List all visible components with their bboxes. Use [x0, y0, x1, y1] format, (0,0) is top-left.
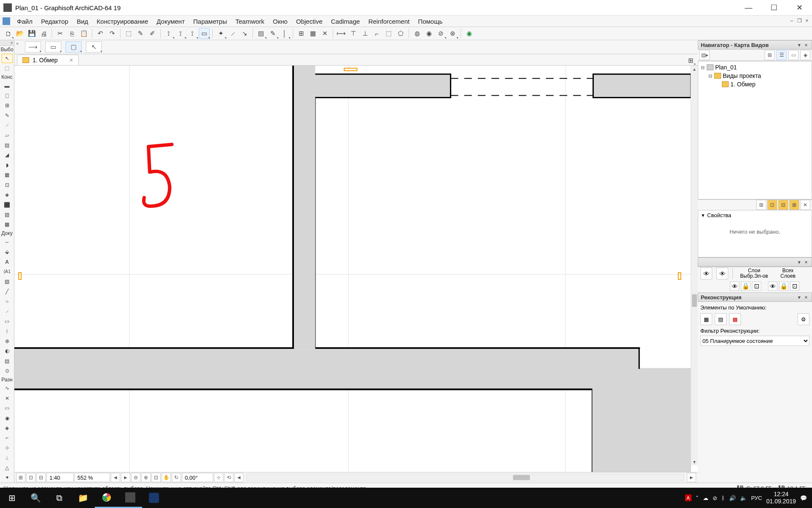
zoom-pan[interactable]: ✋ [162, 473, 171, 482]
angle-field[interactable]: 0,00° [182, 473, 213, 482]
zoom-rotate[interactable]: ↻ [172, 473, 181, 482]
menu-teamwork[interactable]: Teamwork [231, 18, 269, 25]
tool-text[interactable]: A [2, 257, 13, 266]
tool-worksheet[interactable]: ▤ [2, 356, 13, 365]
pen-tool[interactable]: ✎ [267, 28, 278, 39]
meas-tool-1[interactable]: ⟼ [336, 28, 347, 39]
menu-window[interactable]: Окно [269, 18, 292, 25]
record-button[interactable]: ◉ [464, 28, 475, 39]
grid-button[interactable]: ⊞ [296, 28, 307, 39]
tray-clock[interactable]: 12:24 01.09.2019 [766, 491, 796, 505]
layer-show[interactable]: 👁 [730, 282, 739, 291]
dim-tool-3[interactable]: ⟟ [187, 28, 198, 39]
menu-edit[interactable]: Редактор [37, 18, 73, 25]
layers-opts[interactable]: ▾ [796, 259, 802, 265]
recon-close[interactable]: × [803, 294, 809, 300]
tool-spline[interactable]: ∿ [2, 384, 13, 393]
properties-header[interactable]: ▾ Свойства [698, 210, 812, 220]
view-tab[interactable]: 1. Обмер × [17, 55, 79, 65]
tool-change[interactable]: △ [2, 463, 13, 472]
cut-button[interactable]: ✂ [55, 28, 66, 39]
menu-reinforcement[interactable]: Reinforcement [364, 18, 414, 25]
tab-close[interactable]: × [69, 57, 73, 64]
quick-options-1[interactable]: ⊞ [16, 473, 25, 482]
tool-marquee[interactable]: ⬚ [2, 64, 13, 73]
tray-up[interactable]: ˄ [696, 495, 699, 501]
menu-cadimage[interactable]: Cadimage [327, 18, 364, 25]
scroll-thumb-h[interactable] [513, 475, 530, 480]
tool-line[interactable]: ╱ [2, 287, 13, 296]
tree-folder[interactable]: ⊟ Виды проекта [700, 72, 810, 80]
snap-tool-2[interactable]: ⟋ [227, 28, 238, 39]
navigator-tree[interactable]: ⊟ Plan_01 ⊟ Виды проекта 1. Обмер [698, 61, 812, 199]
zoom-prev[interactable]: ◄ [111, 473, 120, 482]
geometry-method-1[interactable]: ⟶ [25, 41, 41, 52]
toolbox-close[interactable]: × [0, 40, 14, 46]
tool-object[interactable]: ⬛ [2, 200, 13, 209]
orient-1[interactable]: ⊹ [214, 473, 223, 482]
prop-btn-5[interactable]: ✕ [800, 200, 810, 210]
layer-eye-2[interactable]: 👁 [716, 268, 728, 279]
geometry-method-2[interactable]: ▭ [45, 41, 61, 52]
nav-mode[interactable]: ▤▸ [700, 50, 710, 60]
minimize-button[interactable]: — [736, 0, 761, 15]
pick-button[interactable]: ⬚ [123, 28, 134, 39]
mdi-close[interactable]: × [804, 17, 810, 24]
tool-section[interactable]: ⟊ [2, 327, 13, 336]
tool-label[interactable]: ⟨A1 [2, 267, 13, 276]
layer-tool[interactable]: ▤ [255, 28, 266, 39]
tray-vol[interactable]: 🔈 [740, 495, 747, 501]
reconstruction-header[interactable]: Реконструкция ▾× [698, 293, 812, 302]
horizontal-scrollbar[interactable] [246, 474, 684, 481]
tool-dimension[interactable]: ↔ [2, 237, 13, 246]
save-button[interactable]: 💾 [26, 28, 37, 39]
tool-morph[interactable]: ◈ [2, 190, 13, 199]
zoom-in[interactable]: ⊕ [141, 473, 151, 482]
marker-tool-2[interactable]: ◉ [423, 28, 434, 39]
meas-tool-5[interactable]: ⬚ [383, 28, 394, 39]
scroll-right[interactable]: ► [687, 473, 696, 482]
recon-settings[interactable]: ⚙ [798, 313, 809, 325]
tool-arrow[interactable]: ↖ [2, 54, 13, 63]
meas-tool-4[interactable]: ⌐ [371, 28, 382, 39]
snap-tool-3[interactable]: ↘ [239, 28, 250, 39]
prop-btn-2[interactable]: ⊡ [767, 200, 777, 210]
tool-beam[interactable]: ⟋ [2, 121, 13, 130]
scroll-up[interactable]: ▲ [691, 66, 698, 72]
navigator-header[interactable]: Навигатор - Карта Видов ▾× [698, 40, 812, 50]
close-button[interactable]: ✕ [787, 0, 812, 15]
app-button[interactable] [142, 488, 166, 508]
tool-roof[interactable]: ◢ [2, 151, 13, 160]
tool-polyline[interactable]: ⟋ [2, 307, 13, 316]
scale-field[interactable]: 1:40 [47, 473, 74, 482]
search-button[interactable]: 🔍 [24, 488, 47, 508]
tray-bt[interactable]: ᛒ [721, 495, 725, 501]
tool-hotspot[interactable]: ✕ [2, 394, 13, 403]
taskview-button[interactable]: ⧉ [47, 488, 71, 508]
syringe-button[interactable]: ✐ [147, 28, 158, 39]
tool-corner[interactable]: ⌐ [2, 433, 13, 442]
undo-button[interactable]: ↶ [95, 28, 106, 39]
tool-camera[interactable]: ◉ [2, 414, 13, 422]
geometry-method-3[interactable]: ▢ [66, 41, 82, 52]
zoom-out[interactable]: ⊖ [131, 473, 140, 482]
scroll-down[interactable]: ▼ [691, 458, 698, 465]
tool-skylight[interactable]: ▦ [2, 171, 13, 179]
tree-item[interactable]: 1. Обмер [700, 80, 810, 88]
orient-2[interactable]: ⟲ [224, 473, 233, 482]
marker-tool-4[interactable]: ⊛ [447, 28, 458, 39]
tool-window[interactable]: ⊞ [2, 101, 13, 110]
nav-project-map[interactable]: ⊞ [765, 50, 775, 60]
zoom-next[interactable]: ► [121, 473, 130, 482]
meas-tool-6[interactable]: ⬠ [395, 28, 406, 39]
panel-close[interactable]: × [803, 42, 809, 48]
tool-curtain[interactable]: ⊡ [2, 180, 13, 189]
tool-interior[interactable]: ◐ [2, 347, 13, 356]
recon-existing[interactable]: ▦ [700, 313, 712, 325]
scroll-thumb-v[interactable] [692, 294, 697, 307]
tool-door[interactable]: ⎕ [2, 91, 13, 100]
line-tool[interactable]: │ [279, 28, 290, 39]
zoom-fit[interactable]: ⊡ [151, 473, 161, 482]
marker-tool-1[interactable]: ◍ [411, 28, 422, 39]
mdi-restore[interactable]: ❐ [796, 17, 803, 24]
